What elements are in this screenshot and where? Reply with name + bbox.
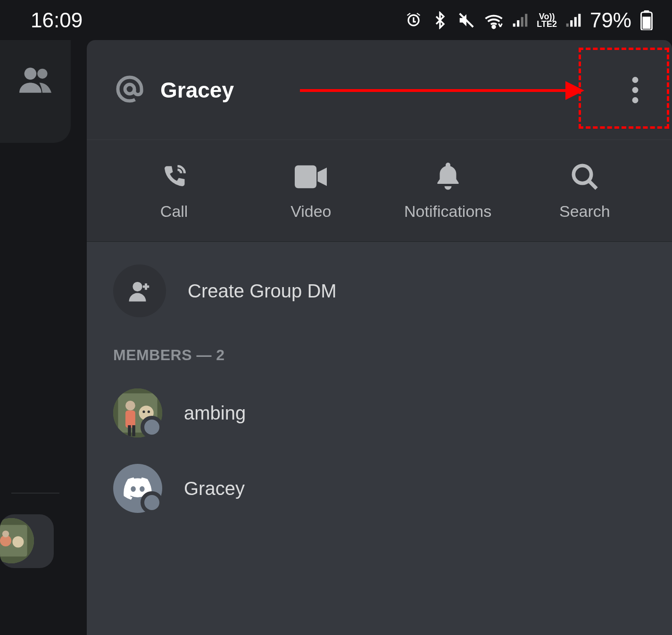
panel-header: Gracey xyxy=(87,40,672,140)
actions-row: Call Video Notifications Search xyxy=(87,140,672,242)
annotation-arrow xyxy=(300,89,584,92)
video-action[interactable]: Video xyxy=(242,161,379,221)
create-group-dm-row[interactable]: Create Group DM xyxy=(87,264,672,342)
signal-icon-1 xyxy=(512,12,528,28)
members-section-header: MEMBERS — 2 xyxy=(87,342,672,381)
rail-divider xyxy=(11,493,59,494)
member-name: Gracey xyxy=(184,478,245,499)
rail-top-container xyxy=(0,40,71,143)
svg-point-36 xyxy=(148,411,150,413)
svg-rect-24 xyxy=(295,165,316,189)
panel-title: Gracey xyxy=(160,77,234,103)
content-area: Create Group DM MEMBERS — 2 ambing xyxy=(87,242,672,635)
svg-rect-12 xyxy=(642,16,650,29)
call-icon xyxy=(158,161,190,193)
svg-rect-3 xyxy=(517,20,519,27)
svg-point-1 xyxy=(492,25,495,28)
video-label: Video xyxy=(290,202,331,221)
member-avatar-wrap xyxy=(113,388,162,437)
status-offline-icon xyxy=(141,491,163,514)
battery-percentage: 79% xyxy=(590,8,631,32)
svg-rect-32 xyxy=(128,425,131,436)
server-avatar xyxy=(0,518,34,563)
svg-point-30 xyxy=(125,401,135,411)
statusbar: 16:09 Vo)) LTE2 79% xyxy=(0,0,672,40)
statusbar-right: Vo)) LTE2 79% xyxy=(405,8,653,32)
svg-rect-4 xyxy=(521,17,523,26)
svg-point-22 xyxy=(632,87,639,93)
signal-icon-2 xyxy=(565,12,581,28)
notifications-label: Notifications xyxy=(404,202,491,221)
status-offline-icon xyxy=(141,416,163,438)
notifications-action[interactable]: Notifications xyxy=(380,161,516,221)
call-label: Call xyxy=(160,202,188,221)
svg-rect-7 xyxy=(570,20,572,27)
svg-rect-2 xyxy=(513,23,515,26)
more-options-button[interactable] xyxy=(618,73,652,107)
svg-point-35 xyxy=(142,411,145,413)
battery-icon xyxy=(640,10,653,30)
svg-point-18 xyxy=(2,530,9,537)
search-icon xyxy=(569,161,601,193)
svg-line-26 xyxy=(589,181,597,189)
dm-panel: Gracey Call Video xyxy=(87,40,672,635)
svg-point-21 xyxy=(632,77,639,83)
statusbar-time: 16:09 xyxy=(31,8,83,32)
svg-rect-8 xyxy=(574,17,577,26)
svg-point-27 xyxy=(133,282,142,291)
svg-rect-31 xyxy=(125,411,135,428)
member-row[interactable]: ambing xyxy=(87,381,672,456)
more-vertical-icon xyxy=(632,77,639,103)
video-icon xyxy=(295,161,327,193)
call-action[interactable]: Call xyxy=(106,161,242,221)
svg-rect-5 xyxy=(525,14,527,26)
server-item[interactable] xyxy=(0,514,54,568)
create-group-dm-label: Create Group DM xyxy=(188,280,337,302)
svg-rect-6 xyxy=(566,23,569,26)
svg-rect-33 xyxy=(132,425,135,436)
wifi-icon xyxy=(484,11,504,29)
alarm-icon xyxy=(405,11,423,29)
mute-icon xyxy=(457,11,475,29)
svg-point-25 xyxy=(573,165,591,183)
add-person-icon xyxy=(113,264,166,317)
volte-indicator: Vo)) LTE2 xyxy=(537,13,557,28)
search-action[interactable]: Search xyxy=(516,161,653,221)
member-avatar-wrap xyxy=(113,464,162,513)
svg-point-13 xyxy=(25,68,37,80)
member-name: ambing xyxy=(184,403,246,424)
svg-point-19 xyxy=(12,536,24,547)
member-row[interactable]: Gracey xyxy=(87,456,672,532)
svg-rect-9 xyxy=(578,14,581,26)
bluetooth-icon xyxy=(431,11,449,29)
at-icon xyxy=(113,73,146,107)
search-label: Search xyxy=(559,202,610,221)
svg-point-14 xyxy=(37,69,47,79)
svg-point-23 xyxy=(632,97,639,103)
friends-icon[interactable] xyxy=(19,66,51,96)
server-rail xyxy=(0,40,71,635)
bell-icon xyxy=(432,161,464,193)
